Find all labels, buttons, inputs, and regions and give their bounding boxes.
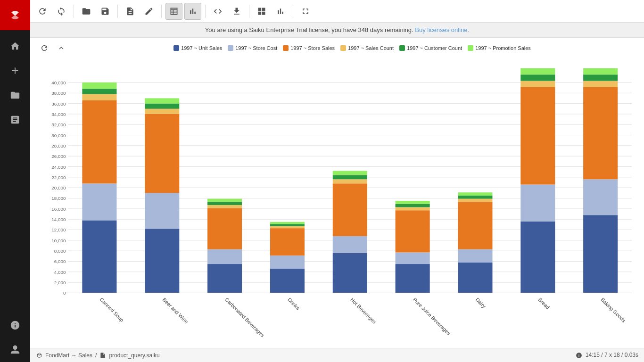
svg-rect-45 xyxy=(82,100,116,183)
svg-rect-50 xyxy=(145,193,179,229)
status-file: product_query.saiku xyxy=(109,352,159,359)
svg-text:Bread: Bread xyxy=(537,296,551,310)
sidebar-add-icon[interactable] xyxy=(6,61,25,80)
svg-text:16,000: 16,000 xyxy=(51,206,66,212)
svg-rect-57 xyxy=(207,208,242,249)
svg-text:22,000: 22,000 xyxy=(51,175,66,180)
sidebar-user-icon[interactable] xyxy=(6,340,25,359)
toolbar xyxy=(30,0,644,23)
sidebar-info-icon[interactable] xyxy=(6,316,25,335)
svg-text:Canned Soup: Canned Soup xyxy=(99,296,125,323)
svg-rect-76 xyxy=(396,207,430,210)
svg-text:36,000: 36,000 xyxy=(51,101,66,107)
legend-item-customer-count: 1997 ~ Customer Count xyxy=(399,45,462,51)
legend-item-promotion-sales: 1997 ~ Promotion Sales xyxy=(468,45,531,51)
status-info: 14:15 / 7 x 18 / 0.03s xyxy=(576,352,638,359)
svg-text:34,000: 34,000 xyxy=(51,112,66,117)
svg-rect-72 xyxy=(333,171,367,175)
chart-refresh-button[interactable] xyxy=(38,41,51,55)
chart-area: 1997 ~ Unit Sales 1997 ~ Store Cost 1997… xyxy=(30,38,644,348)
toolbar-sep-6 xyxy=(293,5,293,18)
svg-rect-53 xyxy=(145,104,179,109)
svg-text:Baking Goods: Baking Goods xyxy=(600,296,627,323)
legend-label-unit-sales: 1997 ~ Unit Sales xyxy=(181,45,222,51)
svg-text:Carbonated Beverages: Carbonated Beverages xyxy=(224,296,265,338)
svg-rect-55 xyxy=(207,264,242,293)
svg-rect-65 xyxy=(270,224,305,226)
legend-color-unit-sales xyxy=(173,45,179,51)
svg-rect-94 xyxy=(583,81,618,87)
status-bar: FoodMart → Sales / product_query.saiku 1… xyxy=(30,348,644,362)
notice-text: You are using a Saiku Enterprise Trial l… xyxy=(205,26,413,33)
svg-text:Dairy: Dairy xyxy=(475,296,487,309)
toolbar-sep-4 xyxy=(205,5,206,18)
svg-rect-74 xyxy=(396,252,430,264)
legend-color-customer-count xyxy=(399,45,405,51)
svg-rect-69 xyxy=(333,183,367,236)
status-cube-icon xyxy=(36,352,42,359)
svg-rect-59 xyxy=(207,202,242,205)
bar-chart-button[interactable] xyxy=(272,3,289,20)
sidebar-folder-icon[interactable] xyxy=(6,86,25,105)
logo[interactable] xyxy=(0,0,30,30)
svg-rect-92 xyxy=(583,179,618,215)
svg-rect-61 xyxy=(270,269,305,293)
breadcrumb: FoodMart → Sales xyxy=(45,352,92,359)
legend-label-sales-count: 1997 ~ Sales Count xyxy=(348,45,394,51)
fullscreen-button[interactable] xyxy=(297,3,314,20)
code-button[interactable] xyxy=(209,3,226,20)
svg-rect-71 xyxy=(333,175,367,179)
sidebar-report-icon[interactable] xyxy=(6,110,25,129)
export-button[interactable] xyxy=(228,3,245,20)
legend-color-sales-count xyxy=(340,45,346,51)
svg-rect-83 xyxy=(458,196,492,199)
svg-rect-54 xyxy=(145,98,179,103)
svg-text:8,000: 8,000 xyxy=(54,248,66,254)
legend-label-store-sales: 1997 ~ Store Sales xyxy=(290,45,335,51)
legend-label-customer-count: 1997 ~ Customer Count xyxy=(407,45,462,51)
toolbar-sep-3 xyxy=(161,5,162,18)
legend-color-promotion-sales xyxy=(468,45,473,51)
chart-legend: 1997 ~ Unit Sales 1997 ~ Store Cost 1997… xyxy=(68,43,636,55)
svg-text:32,000: 32,000 xyxy=(51,122,66,127)
sidebar-home-icon[interactable] xyxy=(6,37,25,56)
svg-rect-78 xyxy=(396,201,430,204)
legend-item-store-cost: 1997 ~ Store Cost xyxy=(228,45,277,51)
svg-text:14,000: 14,000 xyxy=(51,217,66,222)
table-view-button[interactable] xyxy=(165,3,182,20)
svg-rect-70 xyxy=(333,179,367,183)
edit-button[interactable] xyxy=(140,3,157,20)
svg-text:Hot Beverages: Hot Beverages xyxy=(349,296,378,325)
svg-text:18,000: 18,000 xyxy=(51,196,66,201)
sidebar xyxy=(0,0,30,362)
legend-label-promotion-sales: 1997 ~ Promotion Sales xyxy=(475,45,531,51)
chart-controls xyxy=(38,41,68,55)
chart-view-button[interactable] xyxy=(184,3,201,20)
refresh-button[interactable] xyxy=(34,3,51,20)
x-axis-labels: Canned SoupBeer and WineCarbonated Bever… xyxy=(99,296,627,338)
svg-text:2,000: 2,000 xyxy=(54,280,66,285)
save-button[interactable] xyxy=(97,3,114,20)
toolbar-sep-2 xyxy=(117,5,118,18)
svg-rect-96 xyxy=(583,68,618,74)
open-folder-button[interactable] xyxy=(78,3,95,20)
svg-rect-84 xyxy=(458,192,492,196)
svg-rect-67 xyxy=(333,253,367,293)
notice-link[interactable]: Buy licenses online. xyxy=(415,26,469,33)
chart-expand-button[interactable] xyxy=(55,41,68,55)
grid-button[interactable] xyxy=(253,3,270,20)
legend-color-store-sales xyxy=(283,45,289,51)
svg-text:20,000: 20,000 xyxy=(51,185,66,190)
svg-rect-90 xyxy=(520,68,555,74)
reload-button[interactable] xyxy=(53,3,70,20)
new-button[interactable] xyxy=(122,3,139,20)
svg-rect-49 xyxy=(145,229,179,293)
svg-text:12,000: 12,000 xyxy=(51,227,66,232)
svg-rect-95 xyxy=(583,74,618,81)
svg-rect-64 xyxy=(270,226,305,228)
svg-rect-77 xyxy=(396,204,430,207)
svg-rect-82 xyxy=(458,199,492,202)
legend-color-store-cost xyxy=(228,45,233,51)
svg-rect-87 xyxy=(520,87,555,184)
svg-text:0: 0 xyxy=(63,290,66,296)
